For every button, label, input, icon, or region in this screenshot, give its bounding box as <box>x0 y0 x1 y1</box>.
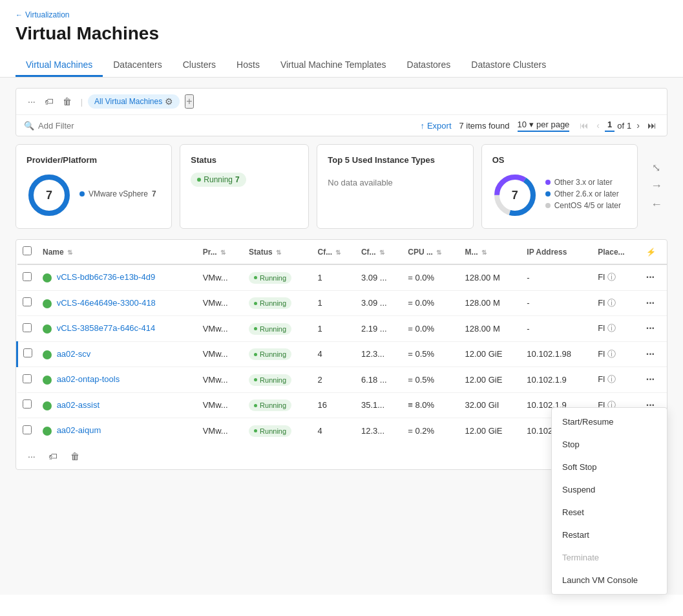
col-cf1[interactable]: Cf... ⇅ <box>312 240 355 264</box>
vm-name-link-5[interactable]: aa02-assist <box>57 400 100 410</box>
status-cell-3: Running <box>244 341 312 367</box>
menu-reset[interactable]: Reset <box>552 501 667 524</box>
provider-cell-4: VMw... <box>198 367 244 393</box>
tab-datastore-clusters[interactable]: Datastore Clusters <box>461 54 556 77</box>
running-label: Running <box>204 175 233 184</box>
export-button[interactable]: ↑ Export <box>420 121 451 131</box>
menu-soft-stop[interactable]: Soft Stop <box>552 456 667 478</box>
provider-cell-1: VMw... <box>198 290 244 316</box>
col-place[interactable]: Place... <box>593 240 640 264</box>
status-label-5: Running <box>260 401 286 409</box>
per-page-selector[interactable]: 10 ▾ per page <box>518 120 570 132</box>
power-icon-1 <box>43 299 52 308</box>
vmware-label: VMware vSphere <box>89 189 148 198</box>
status-cell-5: Running <box>244 392 312 418</box>
row-checkbox-4[interactable] <box>23 374 32 383</box>
status-cell-4: Running <box>244 367 312 393</box>
col-status[interactable]: Status ⇅ <box>244 240 312 264</box>
vm-name-link-6[interactable]: aa02-aiqum <box>57 425 101 435</box>
status-card: Status Running 7 <box>180 144 309 229</box>
info-icon-0[interactable]: ⓘ <box>607 272 616 282</box>
ip-cell-4: 10.102.1.9 <box>521 367 593 393</box>
row-more-button-4[interactable]: ··· <box>646 374 655 385</box>
col-memory[interactable]: M... ⇅ <box>460 240 522 264</box>
provider-platform-card: Provider/Platform 7 VMware vSphere <box>16 144 172 229</box>
row-checkbox-3[interactable] <box>23 348 32 357</box>
menu-suspend[interactable]: Suspend <box>552 478 667 501</box>
page-next-button[interactable]: › <box>634 119 642 132</box>
tab-virtual-machines[interactable]: Virtual Machines <box>16 54 103 77</box>
add-filter-plus-button[interactable]: + <box>185 94 193 109</box>
vm-name-link-4[interactable]: aa02-ontap-tools <box>57 374 120 384</box>
col-provider[interactable]: Pr... ⇅ <box>198 240 244 264</box>
row-checkbox-2[interactable] <box>23 323 32 332</box>
os-dot-3 <box>545 203 551 208</box>
tab-datastores[interactable]: Datastores <box>397 54 461 77</box>
vm-name-link-3[interactable]: aa02-scv <box>57 349 91 359</box>
place-cell-4: Fl ⓘ <box>593 367 640 393</box>
filter-tag-settings-icon[interactable]: ⚙ <box>165 96 173 107</box>
row-more-button-3[interactable]: ··· <box>646 348 655 360</box>
active-filter-tag[interactable]: All Virtual Machines ⚙ <box>88 94 180 109</box>
page-last-button[interactable]: ⏭ <box>645 119 659 132</box>
ip-cell-2: - <box>521 316 593 342</box>
chevron-down-icon: ▾ <box>529 120 534 129</box>
cpu-cell-5: ≡ 8.0% <box>403 392 459 418</box>
info-icon-1[interactable]: ⓘ <box>607 298 616 308</box>
place-cell-1: Fl ⓘ <box>593 290 640 316</box>
card-nav-collapse-button[interactable]: ⤡ <box>651 162 662 174</box>
select-all-checkbox[interactable] <box>23 246 32 255</box>
os-dot-1 <box>545 180 551 185</box>
row-checkbox-6[interactable] <box>23 425 32 434</box>
col-cf2[interactable]: Cf... ⇅ <box>356 240 403 264</box>
menu-stop[interactable]: Stop <box>552 433 667 456</box>
row-more-button-2[interactable]: ··· <box>646 323 655 334</box>
os-legend: Other 3.x or later Other 2.6.x or later … <box>545 178 621 213</box>
row-checkbox-1[interactable] <box>23 297 32 306</box>
cf1-cell-4: 2 <box>312 367 355 393</box>
row-more-button-0[interactable]: ··· <box>646 271 655 283</box>
table-row: vCLS-bdb6c736-e13b-4d9 VMw... Running 1 … <box>17 264 667 290</box>
vm-name-link-1[interactable]: vCLS-46e4649e-3300-418 <box>57 298 156 308</box>
col-ip[interactable]: IP Address <box>521 240 593 264</box>
menu-start-resume[interactable]: Start/Resume <box>552 410 667 433</box>
tab-hosts[interactable]: Hosts <box>226 54 270 77</box>
vm-name-link-0[interactable]: vCLS-bdb6c736-e13b-4d9 <box>57 272 156 282</box>
cpu-cell-0: = 0.0% <box>403 264 459 290</box>
tag-button[interactable]: 🏷 <box>41 94 58 109</box>
os-label-1: Other 3.x or later <box>554 178 613 187</box>
vm-name-link-2[interactable]: vCLS-3858e77a-646c-414 <box>57 323 156 333</box>
page-prev-button[interactable]: ‹ <box>594 119 602 132</box>
footer-delete-button[interactable]: 🗑 <box>67 449 83 464</box>
cf1-cell-6: 4 <box>312 418 355 443</box>
memory-cell-2: 128.00 M <box>460 316 522 342</box>
info-icon-4[interactable]: ⓘ <box>607 374 616 384</box>
page-first-button[interactable]: ⏮ <box>577 119 591 132</box>
card-nav-right-button[interactable]: → <box>651 179 662 193</box>
search-input[interactable] <box>38 121 232 131</box>
info-icon-3[interactable]: ⓘ <box>607 349 616 359</box>
row-checkbox-0[interactable] <box>23 272 32 281</box>
row-checkbox-5[interactable] <box>23 399 32 409</box>
tab-clusters[interactable]: Clusters <box>173 54 226 77</box>
memory-sort-icon: ⇅ <box>481 249 487 256</box>
row-more-button-1[interactable]: ··· <box>646 297 655 309</box>
footer-more-button[interactable]: ··· <box>24 449 39 464</box>
more-actions-button[interactable]: ··· <box>24 94 39 109</box>
delete-button[interactable]: 🗑 <box>59 94 76 109</box>
col-name[interactable]: Name ⇅ <box>37 240 198 264</box>
provider-cell-2: VMw... <box>198 316 244 342</box>
col-cpu[interactable]: CPU ... ⇅ <box>403 240 459 264</box>
place-cell-3: Fl ⓘ <box>593 341 640 367</box>
menu-restart[interactable]: Restart <box>552 524 667 546</box>
menu-launch-vm-console[interactable]: Launch VM Console <box>552 569 667 591</box>
breadcrumb[interactable]: ← Virtualization <box>16 10 667 19</box>
cf2-cell-5: 35.1... <box>356 392 403 418</box>
os-card: OS 7 Other 3.x or later <box>481 144 638 229</box>
footer-tag-button[interactable]: 🏷 <box>45 449 61 464</box>
info-icon-2[interactable]: ⓘ <box>607 323 616 333</box>
per-page-label: per page <box>536 120 569 129</box>
card-nav-left-button[interactable]: ← <box>651 198 662 211</box>
tab-vm-templates[interactable]: Virtual Machine Templates <box>270 54 397 77</box>
tab-datacenters[interactable]: Datacenters <box>103 54 172 77</box>
